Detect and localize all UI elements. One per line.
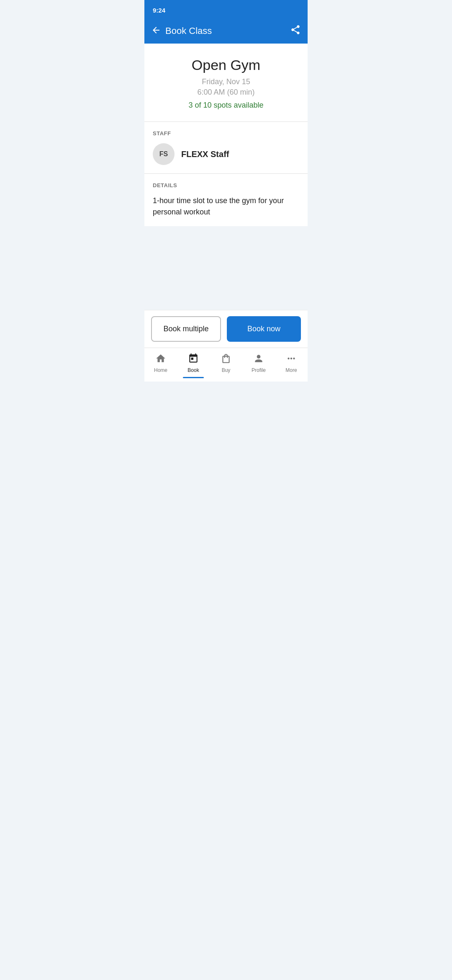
- class-date: Friday, Nov 15: [153, 77, 299, 86]
- class-time: 6:00 AM (60 min): [153, 88, 299, 97]
- bottom-nav: Home Book Buy: [144, 348, 308, 382]
- book-multiple-button[interactable]: Book multiple: [151, 316, 221, 342]
- details-section-label: DETAILS: [153, 182, 299, 188]
- staff-avatar-initials: FS: [159, 150, 168, 158]
- status-time: 9:24: [153, 7, 165, 14]
- class-header: Open Gym Friday, Nov 15 6:00 AM (60 min)…: [144, 44, 308, 122]
- staff-avatar: FS: [153, 143, 175, 165]
- more-icon: [286, 353, 297, 366]
- nav-label-book: Book: [187, 367, 199, 373]
- app-bar: Book Class: [144, 18, 308, 44]
- nav-item-more[interactable]: More: [275, 351, 308, 375]
- share-button[interactable]: [290, 24, 301, 38]
- bottom-buttons: Book multiple Book now: [144, 310, 308, 348]
- staff-section: STAFF FS FLEXX Staff: [144, 122, 308, 173]
- book-now-button[interactable]: Book now: [227, 316, 301, 342]
- nav-item-home[interactable]: Home: [144, 351, 177, 375]
- home-icon: [155, 353, 166, 366]
- details-description: 1-hour time slot to use the gym for your…: [153, 195, 299, 218]
- nav-item-buy[interactable]: Buy: [210, 351, 242, 375]
- nav-label-home: Home: [154, 367, 167, 373]
- nav-label-buy: Buy: [222, 367, 231, 373]
- back-button[interactable]: [151, 25, 161, 37]
- details-section: DETAILS 1-hour time slot to use the gym …: [144, 173, 308, 226]
- app-bar-left: Book Class: [151, 25, 212, 37]
- app-bar-title: Book Class: [165, 26, 212, 36]
- staff-name: FLEXX Staff: [181, 150, 229, 159]
- content-spacer: [144, 226, 308, 310]
- nav-label-profile: Profile: [252, 367, 266, 373]
- buy-icon: [221, 353, 231, 366]
- class-name: Open Gym: [153, 57, 299, 73]
- spots-available: 3 of 10 spots available: [153, 101, 299, 110]
- status-bar: 9:24: [144, 0, 308, 18]
- staff-row: FS FLEXX Staff: [153, 143, 299, 165]
- profile-icon: [253, 353, 264, 366]
- nav-item-profile[interactable]: Profile: [242, 351, 275, 375]
- nav-item-book[interactable]: Book: [177, 351, 210, 375]
- book-icon: [188, 353, 199, 366]
- page-content: Open Gym Friday, Nov 15 6:00 AM (60 min)…: [144, 44, 308, 382]
- staff-section-label: STAFF: [153, 130, 299, 137]
- page-wrapper: 9:24 Book Class Open Gym Friday, Nov 15 …: [144, 0, 308, 382]
- nav-label-more: More: [285, 367, 297, 373]
